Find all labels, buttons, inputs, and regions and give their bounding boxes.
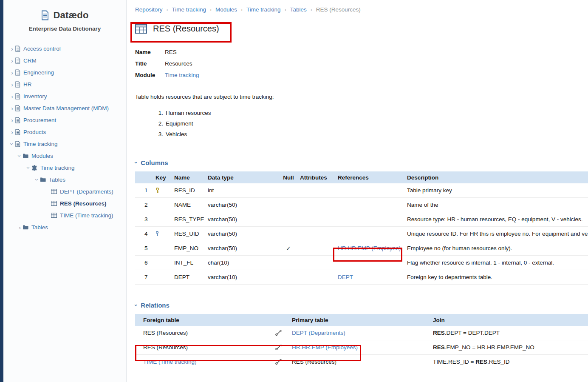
sidebar-item-products[interactable]: › Products bbox=[3, 126, 126, 138]
columns-heading-label: Columns bbox=[141, 159, 168, 166]
column-data-type: varchar(50) bbox=[208, 231, 277, 237]
chevron-right-icon[interactable]: › bbox=[9, 69, 15, 76]
sidebar-item-tables-root[interactable]: › Tables bbox=[3, 221, 126, 233]
list-number: 3. bbox=[156, 131, 163, 137]
foreign-table-name: RES (Resources) bbox=[135, 344, 275, 351]
breadcrumb-current: RES (Resources) bbox=[316, 6, 361, 13]
chevron-right-icon[interactable]: › bbox=[9, 93, 15, 100]
column-description: Resource type: HR - human resources, EQ … bbox=[407, 216, 588, 222]
chevron-right-icon[interactable]: › bbox=[17, 224, 23, 231]
sidebar-item-time-table[interactable]: TIME (Time tracking) bbox=[3, 209, 126, 221]
breadcrumb-repository[interactable]: Repository bbox=[135, 6, 163, 13]
column-ordinal: 1 bbox=[135, 187, 155, 194]
foreign-table-link-time[interactable]: TIME (Time tracking) bbox=[143, 359, 197, 365]
list-item: 3. Vehicles bbox=[135, 129, 588, 140]
dictionary-icon bbox=[15, 117, 20, 123]
sidebar-item-label: Procurement bbox=[23, 117, 56, 123]
foreign-key-relation-icon bbox=[275, 330, 282, 336]
sidebar-item-access-control[interactable]: › Access control bbox=[3, 43, 126, 54]
column-ordinal: 6 bbox=[135, 259, 155, 266]
column-row: 5 EMP_NO varchar(50) ✓ HR.HR.EMP (Employ… bbox=[135, 241, 588, 256]
collapse-chevron-icon[interactable]: › bbox=[133, 304, 139, 306]
columns-section-heading[interactable]: › Columns bbox=[135, 159, 588, 166]
chevron-right-icon[interactable]: › bbox=[9, 81, 15, 88]
breadcrumb-modules[interactable]: Modules bbox=[215, 6, 237, 13]
dictionary-icon bbox=[15, 57, 20, 64]
list-text: Vehicles bbox=[166, 131, 187, 137]
column-name: RES_UID bbox=[174, 231, 208, 237]
reference-link-hr-emp[interactable]: HR.HR.EMP (Employee) bbox=[338, 245, 401, 251]
column-row: 6 INT_FL char(10) Flag whether resource … bbox=[135, 256, 588, 270]
chevron-down-icon[interactable]: › bbox=[25, 165, 32, 171]
table-icon bbox=[51, 213, 57, 218]
collapse-chevron-icon[interactable]: › bbox=[133, 162, 139, 163]
dataedo-logo-icon bbox=[41, 10, 49, 20]
sidebar-item-res-table-selected[interactable]: RES (Resources) bbox=[3, 197, 126, 209]
chevron-right-icon[interactable]: › bbox=[9, 57, 15, 64]
reference-link-dept[interactable]: DEPT bbox=[338, 274, 353, 280]
header-references: References bbox=[338, 174, 407, 181]
sidebar-item-crm[interactable]: › CRM bbox=[3, 54, 126, 66]
breadcrumb-tables[interactable]: Tables bbox=[290, 6, 307, 13]
table-icon bbox=[51, 189, 57, 194]
description-intro: Table holds resources that are subject t… bbox=[135, 94, 588, 100]
sidebar-item-label: Tables bbox=[31, 224, 48, 231]
chevron-right-icon[interactable]: › bbox=[9, 46, 15, 52]
breadcrumb-time-tracking[interactable]: Time tracking bbox=[172, 6, 206, 13]
primary-table-link-hr-emp[interactable]: HR.HR.EMP (Employees) bbox=[292, 344, 358, 351]
sidebar-item-dept-table[interactable]: DEPT (Departments) bbox=[3, 185, 126, 197]
sidebar-item-modules[interactable]: › Modules bbox=[3, 150, 126, 162]
unique-key-icon bbox=[155, 231, 159, 237]
sidebar-item-label: Master Data Management (MDM) bbox=[23, 105, 109, 111]
chevron-right-icon[interactable]: › bbox=[9, 117, 15, 123]
sidebar-item-time-tracking[interactable]: › Time tracking bbox=[3, 138, 126, 150]
column-row: 7 DEPT varchar(10) DEPT Foreign key to d… bbox=[135, 270, 588, 285]
table-icon bbox=[135, 24, 147, 34]
chevron-down-icon[interactable]: › bbox=[17, 153, 23, 159]
relation-row: RES (Resources) HR.HR.EMP (Employees) RE… bbox=[135, 340, 588, 355]
meta-name-value: RES bbox=[165, 49, 177, 55]
relations-section-heading[interactable]: › Relations bbox=[135, 302, 588, 309]
logo[interactable]: Datædo bbox=[3, 10, 126, 21]
column-name: EMP_NO bbox=[174, 245, 208, 251]
chevron-right-icon[interactable]: › bbox=[9, 105, 15, 111]
folder-icon bbox=[23, 153, 28, 158]
dictionary-icon bbox=[15, 81, 20, 88]
primary-table-link-dept[interactable]: DEPT (Departments) bbox=[292, 330, 345, 336]
column-name: RES_ID bbox=[174, 187, 208, 194]
sidebar: Datædo Enterprise Data Dictionary › Acce… bbox=[3, 0, 127, 382]
column-description: Unique resource ID. For HR this is emplo… bbox=[407, 231, 588, 237]
relation-row: TIME (Time tracking) RES (Resources) TIM… bbox=[135, 355, 588, 369]
sidebar-item-mdm[interactable]: › Master Data Management (MDM) bbox=[3, 102, 126, 114]
chevron-down-icon[interactable]: › bbox=[9, 141, 15, 147]
dictionary-icon bbox=[15, 69, 20, 76]
list-item: 1. Human resources bbox=[135, 108, 588, 118]
column-data-type: varchar(10) bbox=[208, 274, 277, 280]
sidebar-item-inventory[interactable]: › Inventory bbox=[3, 90, 126, 102]
header-attributes: Attributes bbox=[300, 174, 338, 181]
meta-module-row: Module Time tracking bbox=[135, 69, 588, 81]
table-metadata: Name RES Title Resources Module Time tra… bbox=[135, 46, 588, 81]
meta-module-link[interactable]: Time tracking bbox=[165, 72, 199, 78]
table-description: Table holds resources that are subject t… bbox=[135, 94, 588, 140]
sidebar-item-procurement[interactable]: › Procurement bbox=[3, 114, 126, 126]
sidebar-item-module-time-tracking[interactable]: › Time tracking bbox=[3, 162, 126, 174]
sidebar-item-tables-node[interactable]: › Tables bbox=[3, 174, 126, 185]
breadcrumb-separator: › bbox=[210, 7, 212, 13]
header-name: Name bbox=[174, 174, 208, 181]
sidebar-item-hr[interactable]: › HR bbox=[3, 78, 126, 90]
column-row: 4 RES_UID varchar(50) Unique resource ID… bbox=[135, 227, 588, 241]
sidebar-item-engineering[interactable]: › Engineering bbox=[3, 66, 126, 78]
list-text: Equipment bbox=[166, 120, 193, 127]
header-data-type: Data type bbox=[208, 174, 277, 181]
breadcrumb-module-time-tracking[interactable]: Time tracking bbox=[246, 6, 281, 13]
chevron-down-icon[interactable]: › bbox=[34, 177, 40, 182]
meta-name-label: Name bbox=[135, 49, 165, 55]
column-description: Flag whether resource is internal. 1 - i… bbox=[407, 259, 588, 266]
chevron-right-icon[interactable]: › bbox=[9, 129, 15, 135]
breadcrumb-separator: › bbox=[167, 7, 168, 13]
list-number: 2. bbox=[156, 120, 163, 127]
relation-row: RES (Resources) DEPT (Departments) RES.D… bbox=[135, 326, 588, 340]
dictionary-icon bbox=[15, 93, 20, 100]
column-row: 1 RES_ID int Table primary key bbox=[135, 183, 588, 198]
